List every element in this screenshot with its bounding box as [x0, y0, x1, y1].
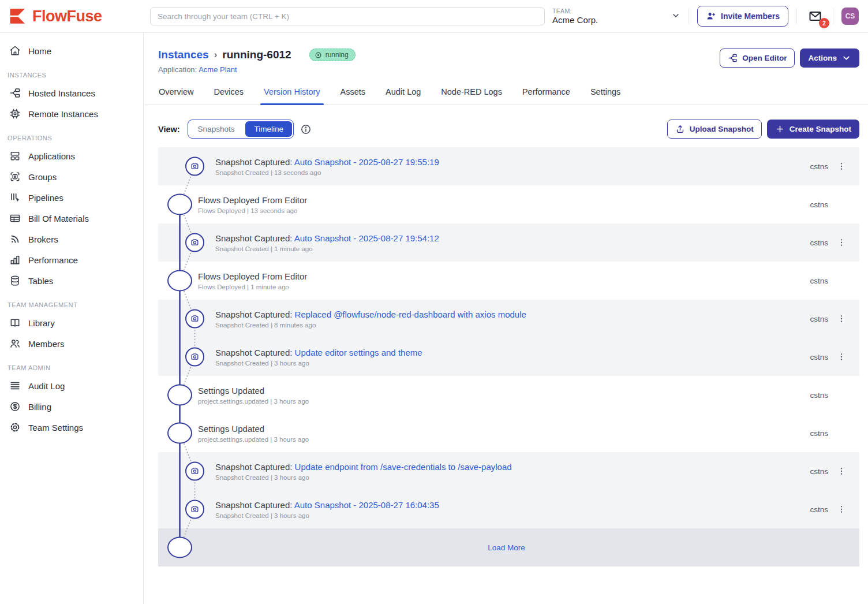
sidebar-item-home[interactable]: Home [0, 40, 143, 61]
event-meta: Snapshot Created | 3 hours ago [215, 474, 512, 481]
performance-icon [9, 254, 21, 266]
notifications-button[interactable]: 2 [805, 8, 825, 25]
tab-audit-log[interactable]: Audit Log [385, 86, 421, 105]
event-title: Flows Deployed From Editor [198, 271, 307, 281]
sidebar-item-hosted-instances[interactable]: Hosted Instances [0, 83, 143, 103]
sidebar-item-label: Hosted Instances [28, 88, 95, 98]
avatar[interactable]: CS [841, 8, 859, 25]
event-user: cstns [810, 162, 828, 171]
sidebar-item-label: Groups [28, 172, 57, 182]
event-user: cstns [810, 467, 828, 476]
snapshot-link[interactable]: Auto Snapshot - 2025-08-27 19:55:19 [294, 157, 439, 167]
open-editor-button[interactable]: Open Editor [720, 49, 795, 68]
breadcrumb-instances-link[interactable]: Instances [158, 49, 209, 61]
timeline-row: Settings Updated project.settings.update… [158, 376, 859, 414]
toggle-snapshots[interactable]: Snapshots [189, 121, 244, 137]
snapshot-link[interactable]: Update endpoint from /save-credentials t… [295, 462, 512, 472]
running-status-icon [315, 51, 322, 59]
sidebar-item-billing[interactable]: Billing [0, 396, 143, 417]
timeline-row: Snapshot Captured: Auto Snapshot - 2025-… [158, 147, 859, 185]
team-selector[interactable]: TEAM: Acme Corp. [552, 8, 680, 25]
sidebar-item-brokers[interactable]: Brokers [0, 229, 143, 249]
timeline-row: Flows Deployed From Editor Flows Deploye… [158, 185, 859, 223]
sidebar-item-label: Pipelines [28, 193, 63, 203]
event-meta: project.settings.updated | 3 hours ago [198, 436, 309, 443]
snapshot-link[interactable]: Update editor settings and theme [295, 348, 422, 357]
flowfuse-logo[interactable]: FlowFuse [8, 6, 142, 26]
sidebar-item-applications[interactable]: Applications [0, 146, 143, 166]
header-divider [689, 9, 689, 24]
application-label: Application: [158, 65, 197, 74]
tab-version-history[interactable]: Version History [263, 86, 321, 105]
application-link[interactable]: Acme Plant [199, 65, 237, 74]
sidebar-item-groups[interactable]: Groups [0, 166, 143, 187]
kebab-menu-icon[interactable] [828, 162, 855, 171]
sidebar-item-label: Library [28, 318, 55, 328]
timeline-row: Snapshot Captured: Update editor setting… [158, 338, 859, 376]
actions-button[interactable]: Actions [800, 49, 859, 68]
event-title: Snapshot Captured: [215, 233, 294, 243]
event-user: cstns [810, 200, 828, 209]
invite-members-label: Invite Members [721, 12, 780, 21]
sidebar-item-audit-log[interactable]: Audit Log [0, 375, 143, 396]
info-icon[interactable] [300, 124, 312, 135]
tab-overview[interactable]: Overview [158, 86, 194, 105]
team-label: TEAM: [552, 8, 598, 14]
view-label: View: [158, 125, 180, 134]
home-icon [9, 45, 21, 57]
sidebar-item-pipelines[interactable]: Pipelines [0, 187, 143, 208]
sidebar-item-library[interactable]: Library [0, 312, 143, 333]
snapshot-link[interactable]: Auto Snapshot - 2025-08-27 16:04:35 [294, 500, 439, 510]
tab-settings[interactable]: Settings [590, 86, 621, 105]
event-title: Snapshot Captured: [215, 157, 294, 167]
timeline-row: Snapshot Captured: Replaced @flowfuse/no… [158, 300, 859, 338]
sidebar-item-members[interactable]: Members [0, 333, 143, 354]
event-title: Snapshot Captured: [215, 500, 294, 510]
sidebar-item-tables[interactable]: Tables [0, 270, 143, 291]
flowfuse-logo-icon [8, 6, 28, 26]
bill-of-materials-icon [9, 212, 21, 224]
timeline-row: Flows Deployed From Editor Flows Deploye… [158, 262, 859, 300]
tab-bar: Overview Devices Version History Assets … [144, 86, 868, 105]
applications-icon [9, 150, 21, 162]
sidebar-section-header: TEAM MANAGEMENT [0, 291, 143, 312]
kebab-menu-icon[interactable] [828, 238, 855, 247]
sidebar-item-label: Home [28, 46, 51, 56]
tab-performance[interactable]: Performance [522, 86, 571, 105]
kebab-menu-icon[interactable] [828, 505, 855, 514]
kebab-menu-icon[interactable] [828, 352, 855, 361]
event-title: Settings Updated [198, 424, 309, 434]
sidebar-item-label: Members [28, 339, 65, 349]
kebab-menu-icon[interactable] [828, 467, 855, 476]
sidebar-item-bill-of-materials[interactable]: Bill Of Materials [0, 208, 143, 229]
sidebar-item-performance[interactable]: Performance [0, 249, 143, 270]
tab-devices[interactable]: Devices [213, 86, 244, 105]
create-snapshot-button[interactable]: Create Snapshot [767, 120, 859, 139]
timeline-row: Snapshot Captured: Auto Snapshot - 2025-… [158, 223, 859, 262]
upload-snapshot-button[interactable]: Upload Snapshot [667, 120, 762, 139]
snapshot-link[interactable]: Replaced @flowfuse/node-red-dashboard wi… [295, 310, 526, 319]
invite-members-button[interactable]: Invite Members [697, 6, 788, 27]
load-more-link[interactable]: Load More [488, 543, 525, 552]
breadcrumb: Instances › running-6012 running [158, 49, 356, 61]
library-icon [9, 317, 21, 329]
tab-node-red-logs[interactable]: Node-RED Logs [440, 86, 503, 105]
sidebar: Home INSTANCES Hosted Instances Remote I… [0, 33, 144, 604]
sidebar-item-label: Tables [28, 276, 53, 286]
kebab-menu-icon[interactable] [828, 314, 855, 323]
hosted-instances-icon [9, 87, 21, 99]
status-badge-label: running [326, 51, 349, 59]
user-plus-icon [706, 11, 716, 21]
event-meta: project.settings.updated | 3 hours ago [198, 398, 309, 405]
snapshot-link[interactable]: Auto Snapshot - 2025-08-27 19:54:12 [294, 233, 439, 243]
timeline-row: Snapshot Captured: Auto Snapshot - 2025-… [158, 490, 859, 528]
event-meta: Snapshot Created | 3 hours ago [215, 512, 439, 519]
sidebar-item-remote-instances[interactable]: Remote Instances [0, 103, 143, 124]
event-user: cstns [810, 505, 828, 514]
toggle-timeline[interactable]: Timeline [245, 121, 292, 137]
tab-assets[interactable]: Assets [340, 86, 366, 105]
sidebar-item-team-settings[interactable]: Team Settings [0, 417, 143, 438]
search-input[interactable] [150, 8, 545, 25]
event-title: Snapshot Captured: [215, 310, 295, 319]
event-user: cstns [810, 429, 828, 438]
